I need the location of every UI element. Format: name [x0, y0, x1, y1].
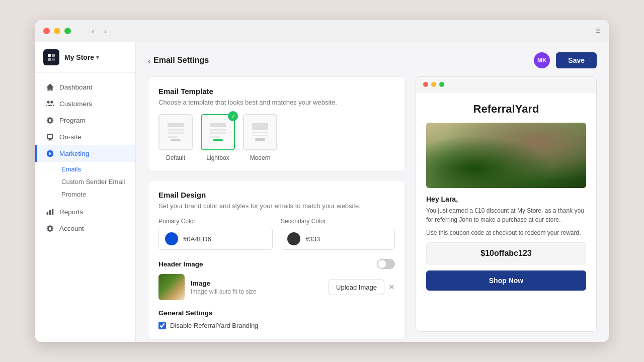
header-image-toggle[interactable]	[377, 259, 395, 269]
save-button[interactable]: Save	[556, 52, 597, 68]
nav-arrows: ‹ ›	[89, 26, 109, 36]
header-image-row: Header Image	[158, 259, 395, 269]
customers-icon	[46, 100, 54, 108]
primary-color-value: #0A4ED6	[183, 235, 211, 243]
main-content: ‹ Email Settings MK Save Email Template …	[136, 42, 609, 342]
forward-nav-button[interactable]: ›	[102, 26, 109, 36]
store-name[interactable]: My Store ▾	[64, 53, 99, 61]
page-header: ‹ Email Settings MK Save	[148, 52, 597, 68]
avatar: MK	[534, 52, 550, 68]
sidebar-item-reports-label: Reports	[59, 208, 83, 216]
image-hint: Image will auto fit to size	[191, 288, 323, 295]
svg-rect-15	[252, 132, 268, 133]
sidebar-nav: Dashboard Customers Program	[35, 73, 135, 342]
image-thumbnail	[158, 274, 185, 300]
sidebar-item-account[interactable]: Account	[35, 220, 135, 237]
sidebar-item-marketing[interactable]: Marketing	[35, 145, 135, 162]
sub-nav-emails[interactable]: Emails	[57, 163, 135, 175]
shop-now-button[interactable]: Shop Now	[426, 270, 586, 291]
svg-rect-11	[210, 132, 226, 134]
minimize-button[interactable]	[54, 28, 60, 34]
preview-email-content: ReferralYard Hey Lara, You just earned a…	[416, 93, 596, 301]
back-nav-button[interactable]: ‹	[89, 26, 97, 36]
upload-btn-area: Upload Image ✕	[329, 280, 395, 295]
template-check-lightbox: ✓	[228, 111, 238, 121]
disable-branding-checkbox[interactable]	[158, 322, 166, 329]
template-thumb-modern	[243, 114, 277, 150]
store-logo	[43, 49, 59, 65]
svg-rect-14	[252, 123, 268, 130]
sidebar-item-marketing-label: Marketing	[59, 150, 89, 157]
sidebar-item-program-label: Program	[59, 117, 86, 124]
template-label-lightbox: Lightbox	[206, 154, 229, 161]
preview-header-image	[426, 123, 586, 188]
header-image-section: Header Image Image Image wil	[158, 259, 395, 300]
email-template-card: Email Template Choose a template that lo…	[148, 76, 406, 172]
svg-rect-13	[213, 139, 223, 141]
content-row: Email Template Choose a template that lo…	[148, 76, 597, 332]
maximize-button[interactable]	[64, 28, 71, 34]
preview-image-inner	[426, 123, 586, 188]
image-upload-area: Image Image will auto fit to size Upload…	[158, 274, 395, 300]
header-image-label: Header Image	[158, 260, 203, 268]
home-icon	[46, 83, 54, 92]
menu-icon[interactable]: ≡	[595, 26, 601, 36]
sidebar-item-account-label: Account	[59, 225, 84, 232]
template-options: Default	[158, 114, 395, 161]
primary-color-input[interactable]: #0A4ED6	[158, 228, 273, 250]
sidebar-item-on-site-label: On-site	[59, 133, 82, 141]
primary-color-label: Primary Color	[158, 218, 273, 225]
settings-panel: Email Template Choose a template that lo…	[148, 76, 406, 332]
template-option-modern[interactable]: Modern	[243, 114, 277, 161]
secondary-color-input[interactable]: #333	[281, 228, 395, 250]
sidebar-item-customers-label: Customers	[59, 100, 92, 108]
marketing-sub-nav: Emails Custom Sender Email Promote	[35, 162, 135, 204]
svg-rect-9	[210, 123, 226, 127]
upload-image-button[interactable]: Upload Image	[329, 280, 384, 295]
sidebar-item-reports[interactable]: Reports	[35, 204, 135, 220]
preview-brand: ReferralYard	[426, 103, 586, 116]
preview-window: ReferralYard Hey Lara, You just earned a…	[416, 76, 597, 332]
back-link[interactable]: ‹ Email Settings	[148, 56, 209, 65]
sidebar-header: My Store ▾	[35, 42, 135, 73]
close-button[interactable]	[43, 28, 50, 34]
svg-rect-12	[210, 136, 220, 138]
sidebar-item-dashboard-label: Dashboard	[59, 83, 93, 91]
image-name: Image	[191, 280, 323, 287]
sidebar-item-on-site[interactable]: On-site	[35, 129, 135, 145]
titlebar: ‹ › ≡	[35, 20, 609, 42]
sidebar-item-dashboard[interactable]: Dashboard	[35, 79, 135, 96]
traffic-lights	[43, 28, 71, 34]
sidebar-item-program[interactable]: Program	[35, 112, 135, 129]
secondary-color-field: Secondary Color #333	[281, 218, 395, 250]
template-label-modern: Modern	[250, 154, 271, 161]
template-option-default[interactable]: Default	[158, 114, 193, 161]
svg-rect-16	[252, 135, 268, 136]
preview-titlebar	[416, 77, 596, 93]
primary-color-swatch	[165, 232, 178, 245]
svg-rect-1	[52, 54, 55, 57]
template-thumb-default	[158, 114, 193, 150]
email-design-desc: Set your brand color and styles for your…	[158, 202, 395, 210]
sub-nav-promote[interactable]: Promote	[57, 188, 135, 201]
sub-nav-custom-sender[interactable]: Custom Sender Email	[57, 175, 135, 188]
svg-rect-0	[48, 54, 51, 57]
secondary-color-value: #333	[305, 235, 320, 243]
sidebar-item-customers[interactable]: Customers	[35, 96, 135, 112]
general-settings-title: General Settings	[158, 309, 395, 317]
upload-close-button[interactable]: ✕	[388, 283, 395, 292]
email-template-desc: Choose a template that looks best and ma…	[158, 99, 395, 106]
preview-greeting: Hey Lara,	[426, 195, 586, 203]
marketing-icon	[46, 149, 54, 158]
svg-rect-8	[171, 139, 181, 141]
email-design-card: Email Design Set your brand color and st…	[148, 180, 406, 340]
preview-use-code: Use this coupon code at checkout to rede…	[426, 229, 586, 236]
sidebar: My Store ▾ Dashboard Customers	[35, 42, 136, 342]
svg-rect-4	[168, 123, 184, 127]
image-info: Image Image will auto fit to size	[191, 280, 323, 295]
template-label-default: Default	[166, 154, 185, 161]
template-option-lightbox[interactable]: ✓ Lightbox	[201, 114, 235, 161]
secondary-color-swatch	[287, 232, 300, 245]
gear-icon	[46, 224, 54, 233]
preview-tl-green	[439, 82, 444, 87]
